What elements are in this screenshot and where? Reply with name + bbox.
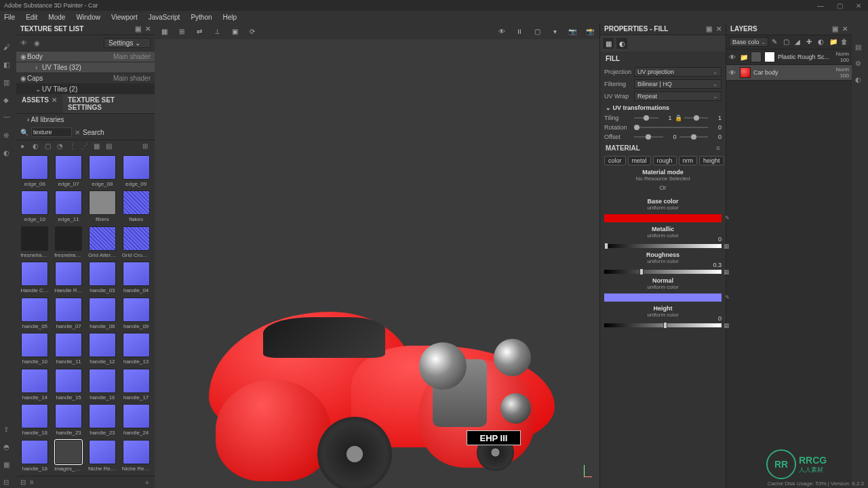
add-effect-icon[interactable]: ✎ (772, 38, 780, 46)
hide-icon[interactable]: 👁 (496, 26, 507, 37)
layer-plastic[interactable]: 👁 📁 Plastic Rough Sc... Norm100 (726, 49, 852, 65)
close-panel-icon[interactable]: ✕ (145, 25, 151, 33)
filter-brushes-icon[interactable]: ⋰ (81, 142, 90, 150)
minimize-button[interactable]: — (811, 2, 830, 9)
asset-item[interactable]: fresnelrang... (53, 226, 85, 260)
asset-item[interactable]: handle_24 (120, 404, 152, 437)
normal-picker-icon[interactable]: ✎ (725, 294, 730, 300)
library-selector[interactable]: › All libraries (20, 116, 151, 123)
close-layers-icon[interactable]: ✕ (842, 25, 848, 33)
metallic-slider[interactable]: 0▦ (604, 244, 722, 248)
close-tab-icon[interactable]: ✕ (52, 96, 57, 104)
filter-smart-materials-icon[interactable]: ◐ (33, 142, 41, 150)
send-to-icon[interactable]: ▦ (3, 461, 13, 470)
maximize-button[interactable]: ▢ (830, 2, 849, 9)
asset-item[interactable]: edge_06 (19, 155, 51, 188)
chip-height[interactable]: height (699, 156, 724, 165)
chip-color[interactable]: color (604, 156, 626, 165)
view-2d-icon[interactable]: ⊞ (176, 26, 187, 37)
asset-item[interactable]: handle_11 (53, 333, 85, 366)
render-icon[interactable]: 📷 (567, 26, 578, 37)
rotation-slider[interactable] (634, 127, 708, 128)
symmetry-icon[interactable]: ⇄ (194, 26, 205, 37)
roughness-options-icon[interactable]: ▦ (724, 268, 730, 275)
filter-filters-icon[interactable]: ⋮ (69, 142, 77, 150)
tiling-y-slider[interactable] (684, 117, 709, 119)
expand-icon[interactable]: ◉ (20, 75, 27, 82)
layer-visibility-icon[interactable]: 👁 (729, 54, 737, 61)
layer-mask-thumb[interactable] (764, 52, 775, 62)
material-menu-icon[interactable]: ≡ (716, 144, 720, 152)
close-properties-icon[interactable]: ✕ (716, 25, 722, 33)
library-icon[interactable]: ⊟ (3, 479, 13, 488)
projection-dropdown[interactable]: UV projection (634, 67, 722, 77)
perspective-icon[interactable]: ▣ (229, 26, 240, 37)
uv-transformations-section[interactable]: ⌄ UV transformations (600, 102, 726, 113)
filter-alphas-icon[interactable]: ◔ (57, 142, 65, 150)
asset-item[interactable]: handle_04 (120, 262, 152, 295)
menu-mode[interactable]: Mode (48, 14, 65, 21)
fill-grayscale-tab-icon[interactable]: ◐ (616, 38, 627, 49)
menu-window[interactable]: Window (76, 14, 100, 21)
asset-item[interactable]: images_20... (53, 440, 85, 473)
tab-assets[interactable]: ASSETS✕ (16, 94, 62, 113)
view-3d-icon[interactable]: ▦ (159, 26, 170, 37)
delete-layer-icon[interactable]: 🗑 (841, 38, 849, 46)
eraser-tool-icon[interactable]: ◧ (3, 61, 13, 70)
add-folder-icon[interactable]: 📁 (829, 38, 837, 46)
asset-item[interactable]: flakes (120, 190, 152, 224)
clone-tool-icon[interactable]: ⊕ (3, 131, 13, 141)
asset-item[interactable]: Niche Rect... (120, 440, 152, 473)
normal-color-swatch[interactable]: ✎ (604, 293, 722, 302)
histogram-icon[interactable]: ▤ (855, 43, 865, 53)
visibility-all-icon[interactable]: 👁 (20, 39, 28, 47)
3d-viewport[interactable]: EHP III (155, 39, 599, 488)
base-color-swatch[interactable]: ✎ (604, 214, 722, 222)
asset-item[interactable]: handle_13 (120, 333, 152, 366)
asset-search-input[interactable] (31, 127, 72, 137)
texture-set-item-caps[interactable]: ◉ Caps Main shader (16, 73, 155, 83)
menu-edit[interactable]: Edit (26, 14, 37, 21)
iray-icon[interactable]: ◓ (3, 443, 13, 453)
texture-set-settings-dropdown[interactable]: Settings ⌄ (104, 38, 151, 48)
asset-item[interactable]: handle_10 (19, 333, 51, 366)
filter-procedurals-icon[interactable]: ▤ (106, 142, 114, 150)
close-button[interactable]: ✕ (849, 2, 868, 9)
metallic-options-icon[interactable]: ▦ (724, 243, 730, 249)
texture-set-item-body[interactable]: ◉ Body Main shader (16, 51, 155, 62)
filter-textures-icon[interactable]: ▢ (45, 142, 53, 150)
undock-layers-icon[interactable]: ▣ (832, 25, 838, 33)
asset-item[interactable]: handle_07 (53, 298, 85, 331)
height-options-icon[interactable]: ▦ (724, 322, 730, 329)
asset-item[interactable]: handle_03 (87, 262, 119, 295)
menu-file[interactable]: File (4, 14, 15, 21)
layer-visibility-icon[interactable]: 👁 (729, 69, 737, 77)
display-settings-icon[interactable]: ⚙ (855, 60, 865, 69)
offset-x-slider[interactable] (634, 136, 663, 138)
texture-set-sub-body[interactable]: ›UV Tiles (32) (16, 62, 155, 73)
asset-item[interactable]: Niche Rect... (87, 440, 119, 473)
tab-texture-set-settings[interactable]: TEXTURE SET SETTINGS (62, 94, 155, 113)
asset-item[interactable]: edge_11 (53, 190, 85, 224)
fill-material-tab-icon[interactable]: ▦ (603, 38, 614, 49)
add-asset-icon[interactable]: ＋ (144, 478, 151, 487)
pause-icon[interactable]: ⏸ (514, 26, 525, 37)
footer-icon-1[interactable]: ⊟ (20, 479, 26, 486)
asset-item[interactable]: fresnelrang... (19, 226, 51, 260)
filter-materials-icon[interactable]: ● (20, 142, 28, 150)
add-adjustment-icon[interactable]: ◐ (818, 38, 826, 46)
filtering-dropdown[interactable]: Bilinear | HQ (634, 79, 722, 89)
export-icon[interactable]: ⇪ (3, 426, 13, 435)
asset-item[interactable]: edge_07 (53, 155, 85, 188)
layer-car-body[interactable]: 👁 Car body Norm100 (726, 65, 852, 81)
clear-search-icon[interactable]: ✕ (75, 129, 80, 136)
chip-nrm[interactable]: nrm (679, 156, 698, 165)
chip-rough[interactable]: rough (653, 156, 677, 165)
grid-view-icon[interactable]: ⊞ (142, 142, 151, 150)
asset-item[interactable]: handle_18 (19, 440, 51, 473)
footer-icon-2[interactable]: ≡ (30, 479, 34, 486)
display-mode-icon[interactable]: ▢ (532, 26, 542, 37)
asset-item[interactable]: edge_10 (19, 190, 51, 224)
menu-viewport[interactable]: Viewport (111, 14, 138, 21)
chip-metal[interactable]: metal (628, 156, 651, 165)
